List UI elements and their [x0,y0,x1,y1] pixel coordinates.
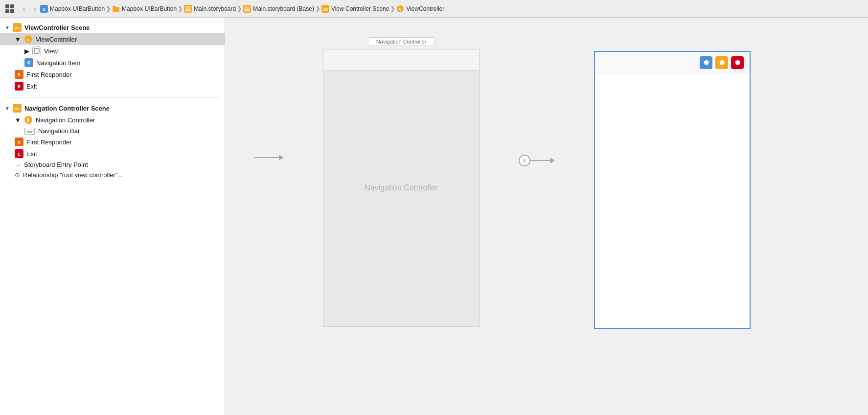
nav-controller-triangle[interactable]: ▼ [15,116,21,124]
nav-controller-scene-header[interactable]: ▼ NC Navigation Controller Scene [0,102,225,114]
relationship-label: Relationship "root view controller"... [23,171,123,179]
svg-rect-1 [10,4,14,8]
grid-icon[interactable] [4,3,16,15]
exit-2-item[interactable]: E Exit [0,148,225,160]
nav-controller-item[interactable]: ▼ Navigation Controller [0,114,225,126]
viewcontroller-scene-section: ▼ VC ViewController Scene ▼ V ViewContro… [0,20,225,94]
nav-controller-icon [24,115,33,124]
breadcrumb-item-5[interactable]: V ViewController [396,5,444,13]
sidebar: ▼ VC ViewController Scene ▼ V ViewContro… [0,18,225,415]
first-responder-2-icon: R [15,138,23,146]
svg-text:sb: sb [185,7,190,12]
breadcrumb-item-2[interactable]: sb Main.storyboard [184,5,236,13]
svg-text:Nav: Nav [27,130,33,133]
view-label: View [44,47,58,55]
breadcrumb-label-3: Main.storyboard (Base) [253,5,314,12]
breadcrumb-item-1[interactable]: Mapbox-UIBarButton [112,5,177,13]
svg-text:S: S [43,7,46,12]
nav-scene-icon: NC [13,104,22,113]
folder-icon [112,5,120,13]
circle-connector: ⊙ [519,155,530,166]
viewcontroller-device[interactable]: ⬟ ⬟ ⬟ [594,51,751,329]
viewcontroller-scene-label: ViewController Scene [24,24,90,31]
breadcrumb-label-2: Main.storyboard [194,5,236,12]
vc-item-icon: V [24,35,33,44]
breadcrumb-item-4[interactable]: VC View Controller Scene [321,5,389,13]
nav-back-button[interactable]: ‹ [19,3,29,14]
nav-controller-scene-section: ▼ NC Navigation Controller Scene ▼ Navig… [0,100,225,182]
vc-scene-icon: VC [13,23,22,32]
storyboard-base-icon: sb [243,5,251,13]
svg-text:R: R [18,72,21,77]
entry-point-item[interactable]: → Storyboard Entry Point [0,160,225,170]
nav-bar-label: Navigation Bar [38,127,80,135]
nav-bar-item[interactable]: Nav Navigation Bar [0,126,225,136]
relationship-arrow-group: ⊙ [519,155,555,166]
viewcontroller-canvas: ⬟ ⬟ ⬟ [594,37,751,329]
svg-text:VC: VC [14,26,20,30]
first-responder-label: First Responder [26,71,71,78]
vc-btn-blue[interactable]: ⬟ [700,56,712,69]
nav-forward-button[interactable]: › [29,3,40,14]
breadcrumb-label-1: Mapbox-UIBarButton [122,5,177,12]
navigation-item[interactable]: Navigation Item [0,57,225,69]
svg-rect-2 [5,9,9,13]
first-responder-item[interactable]: R First Responder [0,69,225,80]
first-responder-icon: R [15,70,23,79]
entry-arrow-group [254,155,284,161]
navigation-item-label: Navigation Item [36,59,80,67]
breadcrumb-label-5: ViewController [406,5,444,12]
nav-controller-canvas: Navigation Controller Navigation Control… [323,37,480,327]
breadcrumb-item-3[interactable]: sb Main.storyboard (Base) [243,5,314,13]
relationship-icon: ⊙ [15,171,20,179]
vc-top-bar: ⬟ ⬟ ⬟ [595,52,750,73]
separator-3: ❯ [315,5,320,12]
entry-point-label: Storyboard Entry Point [24,161,88,168]
viewcontroller-item[interactable]: ▼ V ViewController [0,33,225,45]
breadcrumb-label-0: Mapbox-UIBarButton [50,5,105,12]
breadcrumb-item-0[interactable]: S Mapbox-UIBarButton [40,5,105,13]
vc-scene-triangle[interactable]: ▼ [5,25,10,30]
first-responder-2-item[interactable]: R First Responder [0,136,225,148]
divider-1 [5,97,220,97]
vc-btn-orange[interactable]: ⬟ [715,56,728,69]
nav-controller-label: Navigation Controller [36,116,95,124]
separator-2: ❯ [237,5,242,12]
nav-controller-scene-canvas-label: Navigation Controller [368,37,435,46]
svg-text:V: V [399,7,402,12]
relationship-item[interactable]: ⊙ Relationship "root view controller"... [0,170,225,180]
view-triangle[interactable]: ▶ [24,47,29,55]
exit-2-label: Exit [26,150,37,158]
first-responder-2-label: First Responder [26,138,71,146]
nav-scene-triangle[interactable]: ▼ [5,106,10,111]
nav-controller-device[interactable]: Navigation Controller [323,49,480,327]
exit-item[interactable]: E Exit [0,80,225,92]
main-layout: ▼ VC ViewController Scene ▼ V ViewContro… [0,18,868,415]
entry-point-icon: → [15,161,21,168]
vc-item-triangle[interactable]: ▼ [15,36,21,43]
nav-item-icon [24,58,33,67]
view-item[interactable]: ▶ View [0,45,225,57]
entry-arrow-line [254,157,279,158]
vc-icon-bc: V [396,5,404,13]
svg-rect-0 [5,4,9,8]
view-icon [32,46,41,55]
viewcontroller-label: ViewController [36,36,77,43]
viewcontroller-scene-header[interactable]: ▼ VC ViewController Scene [0,22,225,33]
breadcrumb-label-4: View Controller Scene [331,5,389,12]
scene-icon-bc: VC [321,5,329,13]
svg-text:R: R [18,140,21,145]
svg-rect-20 [34,48,39,53]
svg-text:E: E [18,152,21,157]
nav-bar-icon: Nav [24,128,35,135]
canvas[interactable]: Navigation Controller Navigation Control… [225,18,868,415]
svg-text:E: E [18,84,21,89]
vc-btn-red[interactable]: ⬟ [731,56,744,69]
rel-arrow-line [530,160,550,161]
storyboard-icon-0: sb [184,5,192,13]
swift-icon: S [40,5,48,13]
entry-arrow-head [279,155,284,161]
svg-rect-3 [10,9,14,13]
svg-text:V: V [27,38,30,42]
breadcrumb-bar: ‹ › S Mapbox-UIBarButton ❯ Mapbox-UIBarB… [0,0,868,18]
